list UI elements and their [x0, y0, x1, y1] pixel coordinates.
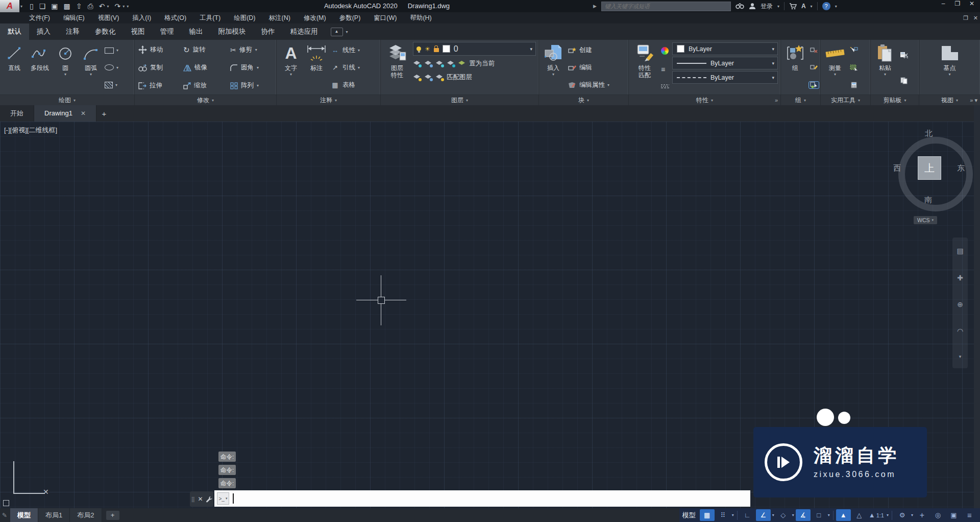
close-button[interactable]: ✕	[965, 0, 979, 7]
account-icon[interactable]	[749, 3, 756, 10]
undo-caret-icon[interactable]: ▾	[107, 4, 109, 9]
menu-insert[interactable]: 插入(I)	[126, 12, 158, 23]
viewcube-south[interactable]: 南	[924, 195, 932, 205]
customize-crosshair-button[interactable]: +	[915, 509, 929, 521]
edit-attributes-caret-icon[interactable]: ▾	[607, 83, 609, 87]
print-icon[interactable]: ⎙	[88, 2, 93, 11]
app-logo-icon[interactable]: A	[0, 0, 19, 12]
ellipse-button[interactable]: ▾	[105, 61, 118, 74]
tab-layout2[interactable]: 布局2	[70, 508, 102, 522]
set-current-layer-button[interactable]: 置为当前	[413, 57, 536, 69]
array-caret-icon[interactable]: ▾	[257, 83, 259, 88]
panel-footer-properties[interactable]: 特性▾»	[629, 94, 780, 105]
text-button[interactable]: A 文字 ▾	[278, 41, 304, 94]
layer-lock-icon[interactable]	[447, 60, 454, 66]
search-input[interactable]	[601, 2, 731, 11]
minimize-button[interactable]: –	[936, 0, 950, 7]
group-button[interactable]: 组	[782, 41, 808, 94]
tab-start[interactable]: 开始	[0, 105, 34, 122]
rotate-button[interactable]: ↻ 旋转	[183, 43, 230, 57]
tab-layout1[interactable]: 布局1	[38, 508, 70, 522]
stretch-button[interactable]: 拉伸	[138, 79, 183, 92]
rectangle-caret-icon[interactable]: ▾	[116, 48, 118, 53]
new-file-icon[interactable]: ▯	[30, 2, 34, 10]
layer-dropdown-caret-icon[interactable]: ▾	[530, 46, 532, 52]
base-point-caret-icon[interactable]: ▾	[948, 72, 950, 77]
save-icon[interactable]: ▣	[51, 2, 58, 10]
object-snap-toggle[interactable]: □	[812, 509, 826, 521]
ribbon-collapse-caret-icon[interactable]: ▾	[346, 30, 348, 34]
tab-drawing1[interactable]: Drawing1 ✕	[34, 105, 96, 122]
measure-button[interactable]: 测量 ▾	[822, 41, 848, 94]
paste-button[interactable]: 粘贴 ▾	[872, 41, 898, 94]
ribbon-tab-manage[interactable]: 管理	[153, 23, 182, 40]
trim-caret-icon[interactable]: ▾	[255, 48, 257, 52]
restore-button[interactable]: ❐	[950, 0, 965, 7]
apps-caret-icon[interactable]: ▾	[811, 4, 813, 9]
command-input-bar[interactable]: >_▾	[214, 490, 750, 507]
menu-view[interactable]: 视图(V)	[91, 12, 126, 23]
sign-in-caret-icon[interactable]: ▾	[777, 4, 779, 9]
circle-caret-icon[interactable]: ▾	[64, 72, 66, 77]
arc-caret-icon[interactable]: ▾	[90, 72, 92, 77]
cut-icon[interactable]	[899, 52, 909, 58]
ribbon-tab-collaborate[interactable]: 协作	[254, 23, 283, 40]
sign-in-label[interactable]: 登录	[761, 2, 773, 11]
nav-more-icon[interactable]: ▾	[959, 354, 962, 359]
layer-freeze-icon[interactable]	[435, 60, 443, 66]
app-store-cart-icon[interactable]	[789, 3, 797, 10]
annotation-autoscale-toggle[interactable]: △	[852, 509, 867, 521]
ribbon-tab-annotate[interactable]: 注释	[58, 23, 87, 40]
color-wheel-icon[interactable]	[661, 47, 669, 55]
mirror-button[interactable]: 镜像	[183, 61, 230, 75]
save-as-icon[interactable]: ▩	[64, 2, 70, 10]
make-current-icon[interactable]	[458, 60, 465, 66]
copy-button[interactable]: 复制	[138, 61, 183, 75]
new-drawing-tab-button[interactable]: +	[96, 105, 112, 122]
command-customize-wrench-icon[interactable]	[206, 496, 212, 503]
qat-customize-caret-icon[interactable]: ▾	[127, 4, 129, 9]
line-button[interactable]: 直线	[2, 41, 27, 94]
snap-toggle[interactable]: ⠿	[716, 509, 730, 521]
undo-icon[interactable]: ↶	[99, 2, 105, 10]
app-menu-caret-icon[interactable]: ▾	[20, 4, 22, 9]
base-point-button[interactable]: 基点 ▾	[937, 41, 963, 94]
menu-file[interactable]: 文件(F)	[22, 12, 57, 23]
match-layer-button[interactable]: 匹配图层	[413, 71, 536, 83]
copy-clip-icon[interactable]	[899, 77, 909, 84]
color-dropdown-caret-icon[interactable]: ▾	[772, 46, 774, 52]
panel-footer-annotate[interactable]: 注释▾	[277, 94, 380, 105]
edit-attributes-button[interactable]: 编辑属性 ▾	[567, 79, 626, 91]
ellipse-caret-icon[interactable]: ▾	[116, 65, 118, 70]
fillet-button[interactable]: 圆角 ▾	[230, 61, 276, 75]
edit-block-button[interactable]: 编辑	[567, 61, 626, 74]
layer-on-off-icon[interactable]	[413, 74, 421, 80]
autodesk-apps-icon[interactable]: A	[801, 3, 806, 10]
customization-menu-button[interactable]: ≡	[962, 509, 977, 521]
ribbon-tab-output[interactable]: 输出	[182, 23, 211, 40]
annotation-visibility-toggle[interactable]: ▲	[836, 509, 851, 521]
viewport-controls[interactable]: [-][俯视][二维线框]	[4, 126, 57, 135]
layer-walk-icon[interactable]	[424, 74, 432, 80]
circle-button[interactable]: 圆 ▾	[53, 41, 78, 94]
ribbon-collapse-icon[interactable]: ▲	[331, 28, 343, 36]
insert-block-button[interactable]: 插入 ▾	[541, 41, 566, 94]
lineweight-dropdown[interactable]: ByLayer ▾	[672, 57, 778, 69]
linetype-dropdown[interactable]: ByLayer ▾	[672, 71, 778, 84]
ungroup-icon[interactable]	[809, 47, 819, 54]
measure-caret-icon[interactable]: ▾	[834, 72, 836, 77]
panel-footer-draw[interactable]: 绘图▾	[0, 94, 134, 105]
search-communities-icon[interactable]	[736, 3, 744, 9]
menu-dimension[interactable]: 标注(N)	[262, 12, 297, 23]
trim-button[interactable]: ✂ 修剪 ▾	[230, 43, 276, 57]
ribbon-tab-insert[interactable]: 插入	[29, 23, 58, 40]
group-edit-icon[interactable]	[809, 64, 819, 71]
fillet-caret-icon[interactable]: ▾	[257, 65, 259, 70]
ribbon-tab-featured[interactable]: 精选应用	[283, 23, 326, 40]
layer-off-icon[interactable]	[413, 60, 421, 66]
ribbon-tab-addins[interactable]: 附加模块	[211, 23, 254, 40]
help-icon[interactable]: ?	[822, 2, 830, 10]
linetype-dropdown-caret-icon[interactable]: ▾	[772, 75, 774, 80]
menu-parametric[interactable]: 参数(P)	[333, 12, 368, 23]
ribbon-tab-parametric[interactable]: 参数化	[87, 23, 124, 40]
